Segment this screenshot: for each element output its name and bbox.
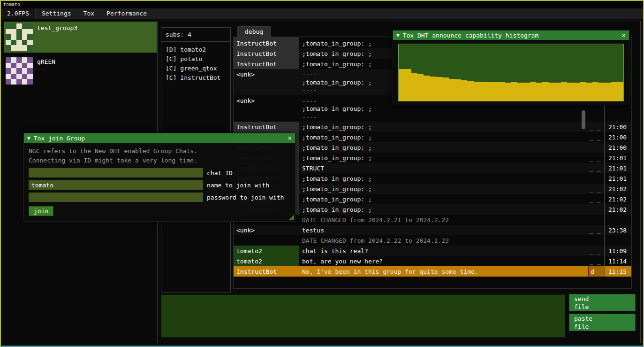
histogram-bar: [449, 79, 455, 101]
message-flags: _ _: [588, 163, 604, 173]
message-time: [604, 215, 631, 225]
avatar-pixel: [22, 79, 28, 85]
join-name-label: name to join with: [207, 182, 269, 189]
avatar-pixel: [11, 23, 17, 29]
message-time: 21:01: [604, 163, 631, 173]
avatar-pixel: [6, 45, 11, 51]
join-name-input[interactable]: [29, 180, 203, 190]
message-text: ;tomato_in_group: ;: [299, 204, 588, 215]
subs-item[interactable]: [C] green_qtox: [166, 64, 226, 73]
avatar-pixel: [27, 45, 33, 51]
avatar-pixel: [11, 68, 17, 74]
message-row[interactable]: <unk>testus_ _23:38: [234, 225, 631, 235]
join-password-input[interactable]: [29, 193, 203, 202]
histogram-bar: [442, 77, 448, 101]
group-avatar: [6, 57, 33, 85]
avatar-pixel: [16, 40, 22, 46]
message-time: 11:09: [604, 246, 631, 256]
histogram-bar: [561, 82, 567, 101]
message-text: testus: [299, 225, 588, 235]
subs-item[interactable]: [C] potato: [166, 54, 226, 64]
collapse-arrow-icon[interactable]: ▼: [27, 135, 30, 141]
message-flags: _ _: [588, 184, 604, 194]
message-flags: _ _: [588, 173, 604, 184]
subs-item[interactable]: [C] InstructBot: [166, 73, 226, 83]
message-row[interactable]: InstructBot;tomato_in_group: ;_ _21:00: [234, 122, 631, 132]
message-row[interactable]: tomato2bot, are you new here?_ _11:14: [234, 256, 631, 266]
message-text: chat is this real?: [299, 246, 588, 256]
avatar-pixel: [22, 74, 28, 79]
join-group-window: ▼ Tox join Group × NGC refers to the New…: [23, 133, 295, 222]
chat-id-label: chat ID: [207, 170, 233, 177]
join-help-line1: NGC refers to the New DHT enabled Group …: [29, 147, 290, 156]
join-button[interactable]: join: [29, 206, 53, 216]
avatar-pixel: [27, 29, 33, 35]
avatar-pixel: [6, 79, 11, 85]
menu-item-performance[interactable]: Performance: [100, 8, 153, 19]
message-text: ;tomato_in_group: ;: [299, 142, 588, 153]
join-group-titlebar[interactable]: ▼ Tox join Group ×: [24, 133, 295, 143]
message-flags: _ _: [588, 204, 604, 215]
join-password-label: password to join with: [207, 194, 284, 201]
avatar-pixel: [6, 40, 11, 46]
avatar-pixel: [6, 57, 11, 63]
avatar-pixel: [22, 34, 28, 40]
avatar-pixel: [16, 79, 22, 85]
histogram-bar: [586, 83, 592, 101]
avatar-pixel: [11, 40, 17, 46]
tab-debug[interactable]: debug: [237, 26, 271, 37]
message-flags: _ _: [588, 153, 604, 163]
message-flags: _ _: [588, 256, 604, 266]
avatar-pixel: [6, 34, 11, 40]
avatar-pixel: [27, 34, 33, 40]
histogram-bar: [549, 83, 555, 101]
message-text: ;tomato_in_group: ;: [299, 153, 588, 163]
message-text: bot, are you new here?: [299, 256, 588, 266]
close-icon[interactable]: ×: [622, 31, 626, 39]
message-input[interactable]: [161, 294, 565, 338]
avatar-pixel: [27, 23, 33, 29]
collapse-arrow-icon[interactable]: ▼: [396, 32, 400, 39]
dht-histogram-titlebar[interactable]: ▼ Tox DHT announce capability histogram …: [393, 31, 629, 40]
histogram-bar: [605, 83, 611, 101]
subs-item[interactable]: [D] tomato2: [166, 45, 226, 54]
subs-header: subs: 4: [166, 31, 226, 39]
message-flags: _ _: [588, 246, 604, 256]
message-row[interactable]: tomato2chat is this real?_ _11:09: [234, 246, 631, 256]
avatar-pixel: [22, 40, 28, 46]
histogram-bar: [436, 77, 442, 101]
resize-grip[interactable]: [288, 215, 294, 220]
avatar-pixel: [16, 57, 22, 63]
avatar-pixel: [6, 23, 11, 29]
avatar-pixel: [11, 57, 17, 63]
avatar-pixel: [16, 68, 22, 74]
histogram-bar: [617, 82, 623, 101]
chat-id-input[interactable]: [29, 168, 203, 177]
histogram-bar: [486, 82, 492, 101]
avatar-pixel: [27, 79, 33, 85]
group-item[interactable]: gREEN: [4, 55, 157, 86]
avatar-pixel: [16, 34, 22, 40]
message-flags: _ _: [588, 132, 604, 142]
group-item[interactable]: test_group3: [4, 22, 157, 53]
avatar-pixel: [16, 63, 22, 69]
histogram-bar: [536, 83, 542, 101]
avatar-pixel: [6, 29, 11, 35]
message-text: No, I've been in this group for quite so…: [299, 266, 588, 277]
message-time: 11:15: [604, 266, 631, 277]
avatar-pixel: [16, 45, 22, 51]
paste-file-button[interactable]: paste file: [569, 314, 636, 331]
message-text: DATE CHANGED from 2024.2.21 to 2024.2.22: [299, 215, 588, 225]
menu-item-tox[interactable]: Tox: [77, 8, 100, 19]
histogram-bar: [611, 82, 617, 101]
sender-name: <unk>: [234, 225, 299, 235]
menu-item-settings[interactable]: Settings: [36, 8, 77, 19]
avatar-pixel: [22, 57, 28, 63]
send-file-button[interactable]: send file: [569, 294, 636, 311]
close-icon[interactable]: ×: [288, 134, 292, 142]
message-row[interactable]: InstructBotNo, I've been in this group f…: [234, 266, 631, 277]
message-text: ;tomato_in_group: ;: [299, 122, 588, 132]
message-text: STRUCT: [299, 163, 588, 173]
avatar-pixel: [16, 23, 22, 29]
chat-scrollbar-thumb[interactable]: [582, 110, 585, 129]
